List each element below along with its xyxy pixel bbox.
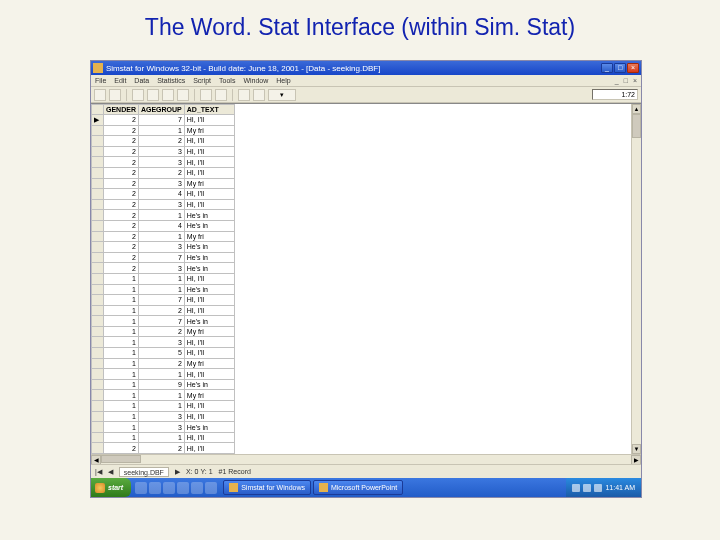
row-header[interactable] bbox=[92, 432, 104, 443]
cell-gender[interactable]: 2 bbox=[104, 189, 139, 200]
table-row[interactable]: 17He's in bbox=[92, 316, 235, 327]
table-row[interactable]: 12My fri bbox=[92, 358, 235, 369]
cell-agegroup[interactable]: 2 bbox=[138, 326, 184, 337]
table-row[interactable]: 11HI, I'll bbox=[92, 401, 235, 412]
table-row[interactable]: 12HI, I'll bbox=[92, 305, 235, 316]
toolbar-next-icon[interactable] bbox=[162, 89, 174, 101]
cell-adtext[interactable]: HI, I'll bbox=[184, 305, 234, 316]
menu-file[interactable]: File bbox=[95, 77, 106, 84]
row-header[interactable] bbox=[92, 295, 104, 306]
task-powerpoint[interactable]: Microsoft PowerPoint bbox=[313, 480, 403, 495]
table-row[interactable]: 17HI, I'll bbox=[92, 295, 235, 306]
row-header[interactable] bbox=[92, 231, 104, 242]
sheet-tab[interactable]: seeking.DBF bbox=[119, 467, 169, 477]
cell-gender[interactable]: 2 bbox=[104, 136, 139, 147]
cell-gender[interactable]: 1 bbox=[104, 422, 139, 433]
doc-minimize-button[interactable]: _ bbox=[615, 77, 619, 84]
table-row[interactable]: 24He's in bbox=[92, 220, 235, 231]
scroll-down-button[interactable]: ▼ bbox=[632, 444, 641, 454]
cell-gender[interactable]: 2 bbox=[104, 252, 139, 263]
cell-agegroup[interactable]: 3 bbox=[138, 157, 184, 168]
cell-adtext[interactable]: My fri bbox=[184, 125, 234, 136]
cell-adtext[interactable]: HI, I'll bbox=[184, 167, 234, 178]
cell-agegroup[interactable]: 1 bbox=[138, 390, 184, 401]
cell-adtext[interactable]: He's in bbox=[184, 422, 234, 433]
cell-adtext[interactable]: He's in bbox=[184, 284, 234, 295]
table-row[interactable]: 22HI, I'll bbox=[92, 167, 235, 178]
toolbar-first-icon[interactable] bbox=[132, 89, 144, 101]
cell-adtext[interactable]: HI, I'll bbox=[184, 401, 234, 412]
cell-adtext[interactable]: HI, I'll bbox=[184, 189, 234, 200]
cell-adtext[interactable]: HI, I'll bbox=[184, 348, 234, 359]
scroll-thumb[interactable] bbox=[632, 114, 641, 138]
row-header[interactable] bbox=[92, 242, 104, 253]
cell-adtext[interactable]: He's in bbox=[184, 316, 234, 327]
nav-first-icon[interactable]: |◀ bbox=[95, 468, 102, 476]
cell-agegroup[interactable]: 2 bbox=[138, 167, 184, 178]
vertical-scrollbar[interactable]: ▲ ▼ bbox=[631, 104, 641, 454]
cell-gender[interactable]: 1 bbox=[104, 358, 139, 369]
horizontal-scrollbar[interactable]: ◀ ▶ bbox=[91, 454, 641, 464]
row-header[interactable] bbox=[92, 443, 104, 454]
tray-icon[interactable] bbox=[583, 484, 591, 492]
menu-script[interactable]: Script bbox=[193, 77, 211, 84]
cell-agegroup[interactable]: 3 bbox=[138, 411, 184, 422]
cell-adtext[interactable]: HI, I'll bbox=[184, 432, 234, 443]
nav-prev-icon[interactable]: ◀ bbox=[108, 468, 113, 476]
hscroll-track[interactable] bbox=[101, 455, 631, 464]
toolbar-last-icon[interactable] bbox=[177, 89, 189, 101]
row-header[interactable] bbox=[92, 157, 104, 168]
toolbar-open-icon[interactable] bbox=[94, 89, 106, 101]
table-row[interactable]: 23HI, I'll bbox=[92, 157, 235, 168]
table-row[interactable]: 11HI, I'll bbox=[92, 273, 235, 284]
row-header[interactable] bbox=[92, 263, 104, 274]
cell-adtext[interactable]: My fri bbox=[184, 358, 234, 369]
row-header[interactable] bbox=[92, 146, 104, 157]
table-row[interactable]: 22HI, I'll bbox=[92, 136, 235, 147]
row-header[interactable] bbox=[92, 337, 104, 348]
toolbar-save-icon[interactable] bbox=[109, 89, 121, 101]
cell-agegroup[interactable]: 9 bbox=[138, 379, 184, 390]
cell-agegroup[interactable]: 4 bbox=[138, 189, 184, 200]
cell-agegroup[interactable]: 3 bbox=[138, 178, 184, 189]
cell-gender[interactable]: 2 bbox=[104, 263, 139, 274]
cell-agegroup[interactable]: 2 bbox=[138, 136, 184, 147]
cell-gender[interactable]: 2 bbox=[104, 146, 139, 157]
ql-icon[interactable] bbox=[205, 482, 217, 494]
cell-agegroup[interactable]: 3 bbox=[138, 337, 184, 348]
table-row[interactable]: 13He's in bbox=[92, 422, 235, 433]
cell-agegroup[interactable]: 3 bbox=[138, 263, 184, 274]
cell-adtext[interactable]: HI, I'll bbox=[184, 443, 234, 454]
cell-gender[interactable]: 2 bbox=[104, 157, 139, 168]
table-row[interactable]: 22HI, I'll bbox=[92, 443, 235, 454]
cell-agegroup[interactable]: 4 bbox=[138, 220, 184, 231]
table-row[interactable]: 23My fri bbox=[92, 178, 235, 189]
doc-maximize-button[interactable]: □ bbox=[624, 77, 628, 84]
cell-gender[interactable]: 1 bbox=[104, 390, 139, 401]
corner-cell[interactable] bbox=[92, 105, 104, 115]
cell-adtext[interactable]: HI, I'll bbox=[184, 273, 234, 284]
menu-edit[interactable]: Edit bbox=[114, 77, 126, 84]
cell-adtext[interactable]: HI, I'll bbox=[184, 146, 234, 157]
cell-gender[interactable]: 1 bbox=[104, 432, 139, 443]
cell-adtext[interactable]: HI, I'll bbox=[184, 369, 234, 380]
menu-statistics[interactable]: Statistics bbox=[157, 77, 185, 84]
cell-adtext[interactable]: He's in bbox=[184, 252, 234, 263]
start-button[interactable]: start bbox=[91, 478, 131, 497]
ql-icon[interactable] bbox=[177, 482, 189, 494]
cell-agegroup[interactable]: 1 bbox=[138, 125, 184, 136]
column-header-agegroup[interactable]: AGEGROUP bbox=[138, 105, 184, 115]
close-button[interactable]: × bbox=[627, 63, 639, 73]
toolbar-play-icon[interactable] bbox=[200, 89, 212, 101]
menu-data[interactable]: Data bbox=[134, 77, 149, 84]
cell-adtext[interactable]: My fri bbox=[184, 390, 234, 401]
row-header[interactable] bbox=[92, 369, 104, 380]
row-header[interactable] bbox=[92, 379, 104, 390]
row-header[interactable] bbox=[92, 316, 104, 327]
cell-adtext[interactable]: HI, I'll bbox=[184, 199, 234, 210]
table-row[interactable]: 19He's in bbox=[92, 379, 235, 390]
cell-gender[interactable]: 1 bbox=[104, 326, 139, 337]
table-row[interactable]: 13HI, I'll bbox=[92, 411, 235, 422]
cell-adtext[interactable]: He's in bbox=[184, 242, 234, 253]
row-header[interactable] bbox=[92, 401, 104, 412]
